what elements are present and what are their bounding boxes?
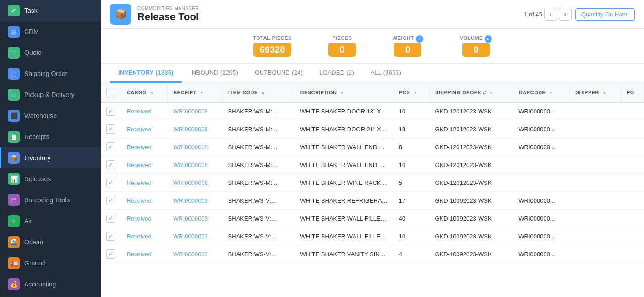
- sidebar-item-task[interactable]: ✔Task: [0, 0, 101, 21]
- cell-pcs: 5: [393, 174, 430, 192]
- row-checkbox[interactable]: ✓: [106, 160, 115, 169]
- tab-outbound[interactable]: OUTBOUND (24): [246, 64, 311, 83]
- cell-item_code: SHAKER:WS-V:...: [223, 192, 295, 210]
- col-shipping-order[interactable]: SHIPPING ORDER # ▼: [429, 83, 513, 102]
- row-checkbox-cell[interactable]: ✓: [101, 120, 121, 138]
- row-checkbox-cell[interactable]: ✓: [101, 227, 121, 245]
- col-pcs[interactable]: PCS ▼: [393, 83, 430, 102]
- sidebar-item-accounting[interactable]: 💰Accounting: [0, 274, 101, 295]
- cell-po: [621, 245, 644, 263]
- row-checkbox[interactable]: ✓: [106, 124, 115, 134]
- sidebar-item-air[interactable]: ✈Air: [0, 211, 101, 232]
- sidebar-item-releases[interactable]: 📊Releases: [0, 168, 101, 189]
- row-checkbox[interactable]: ✓: [106, 249, 115, 259]
- cell-receipt[interactable]: WRI0000008: [168, 102, 223, 120]
- cell-shipping_order: GKD-12012023-WSK: [429, 138, 513, 156]
- cell-cargo[interactable]: Received: [121, 156, 168, 174]
- sidebar-item-pickup-delivery[interactable]: ⊞Pickup & Delivery: [0, 84, 101, 105]
- sidebar-label-task: Task: [24, 7, 38, 14]
- sidebar-item-ocean[interactable]: 🌊Ocean: [0, 232, 101, 253]
- sidebar-item-reports[interactable]: 📈Reports: [0, 295, 101, 297]
- sidebar-item-warehouse[interactable]: ⬛Warehouse: [0, 105, 101, 126]
- next-page-button[interactable]: ›: [559, 8, 572, 21]
- cell-barcode: WRI000000...: [513, 138, 570, 156]
- select-all-header[interactable]: [101, 83, 121, 102]
- row-checkbox-cell[interactable]: ✓: [101, 174, 121, 192]
- tab-inventory[interactable]: INVENTORY (1335): [110, 64, 182, 83]
- row-checkbox[interactable]: ✓: [106, 142, 115, 151]
- row-checkbox[interactable]: ✓: [106, 214, 115, 223]
- tab-inbound[interactable]: INBOUND (2295): [182, 64, 246, 83]
- cell-cargo[interactable]: Received: [121, 102, 168, 120]
- cell-cargo[interactable]: Received: [121, 210, 168, 227]
- barcoding-tools-icon: ▤: [8, 194, 20, 206]
- cell-cargo[interactable]: Received: [121, 138, 168, 156]
- sidebar-item-quote[interactable]: ≡Quote: [0, 42, 101, 63]
- sidebar-item-crm[interactable]: ▦CRM: [0, 21, 101, 42]
- check-mark: ✓: [109, 108, 113, 114]
- check-mark: ✓: [109, 251, 113, 257]
- col-po[interactable]: PO: [621, 83, 644, 102]
- quote-icon: ≡: [8, 47, 20, 59]
- cell-cargo[interactable]: Received: [121, 245, 168, 263]
- sidebar-label-quote: Quote: [24, 49, 42, 56]
- cell-shipper: [570, 102, 621, 120]
- cell-receipt[interactable]: WRI0000003: [168, 210, 223, 227]
- sidebar-item-shipping-order[interactable]: ◫Shipping Order: [0, 63, 101, 84]
- cell-receipt[interactable]: WRI0000008: [168, 174, 223, 192]
- row-checkbox-cell[interactable]: ✓: [101, 210, 121, 227]
- sidebar-item-receipts[interactable]: 📋Receipts: [0, 126, 101, 147]
- col-shipper[interactable]: SHIPPER ▼: [570, 83, 621, 102]
- qty-on-hand-button[interactable]: Quantity On Hand: [575, 8, 635, 21]
- row-checkbox-cell[interactable]: ✓: [101, 138, 121, 156]
- cell-shipping_order: GKD-12012023-WSK: [429, 156, 513, 174]
- cell-cargo[interactable]: Received: [121, 192, 168, 210]
- cell-receipt[interactable]: WRI0000003: [168, 192, 223, 210]
- sidebar-item-barcoding-tools[interactable]: ▤Barcoding Tools: [0, 189, 101, 211]
- cell-shipper: [570, 156, 621, 174]
- prev-page-button[interactable]: ‹: [544, 8, 557, 21]
- sidebar-item-ground[interactable]: 🚛Ground: [0, 253, 101, 274]
- row-checkbox-cell[interactable]: ✓: [101, 192, 121, 210]
- cell-receipt[interactable]: WRI0000008: [168, 156, 223, 174]
- cell-cargo[interactable]: Received: [121, 174, 168, 192]
- cell-shipper: [570, 245, 621, 263]
- cell-item_code: SHAKER:WS-V:...: [223, 210, 295, 227]
- row-checkbox[interactable]: ✓: [106, 107, 115, 116]
- cell-receipt[interactable]: WRI0000003: [168, 245, 223, 263]
- cell-item_code: SHAKER:WS-M:...: [223, 102, 295, 120]
- pieces-value: 0: [328, 43, 356, 57]
- row-checkbox-cell[interactable]: ✓: [101, 245, 121, 263]
- weight-badge: 0: [416, 35, 423, 43]
- sidebar-label-inventory: Inventory: [24, 154, 51, 162]
- inventory-table-container[interactable]: CARGO ▼ RECEIPT ▼ ITEM CODE ▲ DESCRIPTIO…: [101, 83, 644, 297]
- cell-shipping_order: GKD-12012023-WSK: [429, 102, 513, 120]
- volume-label-group: VOLUME 0: [460, 35, 492, 43]
- cell-cargo[interactable]: Received: [121, 227, 168, 245]
- cell-pcs: 40: [393, 210, 430, 227]
- cell-cargo[interactable]: Received: [121, 120, 168, 138]
- sidebar-item-inventory[interactable]: 📦Inventory: [0, 147, 101, 168]
- cell-receipt[interactable]: WRI0000008: [168, 120, 223, 138]
- cell-po: [621, 138, 644, 156]
- col-receipt[interactable]: RECEIPT ▼: [168, 83, 223, 102]
- cell-po: [621, 156, 644, 174]
- ground-icon: 🚛: [8, 257, 20, 269]
- cell-description: WHITE SHAKER WALL END SHELF 12" X 36": [295, 138, 393, 156]
- check-mark: ✓: [109, 233, 113, 239]
- row-checkbox-cell[interactable]: ✓: [101, 102, 121, 120]
- col-item-code[interactable]: ITEM CODE ▲: [223, 83, 295, 102]
- col-cargo[interactable]: CARGO ▼: [121, 83, 168, 102]
- select-all-checkbox[interactable]: [106, 88, 115, 97]
- tab-loaded[interactable]: LOADED (2): [311, 64, 362, 83]
- row-checkbox[interactable]: ✓: [106, 178, 115, 187]
- row-checkbox[interactable]: ✓: [106, 232, 115, 241]
- cell-receipt[interactable]: WRI0000008: [168, 138, 223, 156]
- tab-all[interactable]: ALL (3663): [362, 64, 409, 83]
- row-checkbox-cell[interactable]: ✓: [101, 156, 121, 174]
- cell-shipping_order: GKD-12012023-WSK: [429, 120, 513, 138]
- col-barcode[interactable]: BARCODE ▼: [513, 83, 570, 102]
- col-description[interactable]: DESCRIPTION ▼: [295, 83, 393, 102]
- row-checkbox[interactable]: ✓: [106, 196, 115, 205]
- cell-receipt[interactable]: WRI0000003: [168, 227, 223, 245]
